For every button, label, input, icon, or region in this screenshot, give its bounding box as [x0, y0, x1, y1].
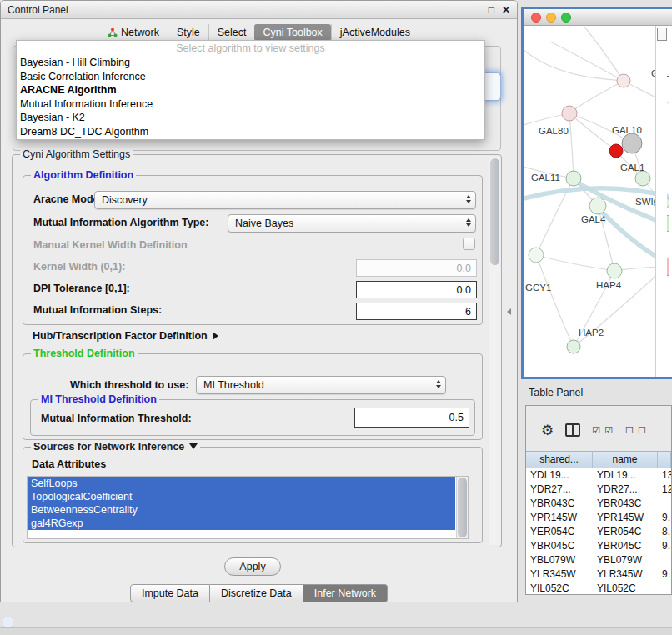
attribute-item[interactable]: BetweennessCentrality [28, 503, 455, 517]
aracne-mode-label: Aracne Mode: [33, 193, 103, 205]
column-header[interactable] [658, 452, 671, 468]
network-node[interactable] [567, 340, 580, 353]
hub-section-toggle[interactable]: Hub/Transcription Factor Definition [33, 330, 218, 342]
network-canvas[interactable]: GALGAL80GAL10GAL1GAL11SWI4GAL4GCY1HAP4HA… [524, 26, 669, 377]
data-attributes-label: Data Attributes [32, 458, 106, 470]
table-cell: YBL079W [593, 553, 658, 568]
mi-threshold-definition-group: MI Threshold Definition Mutual Informati… [30, 399, 475, 436]
table-row[interactable]: YDR27...YDR27...12 [526, 482, 671, 497]
network-node[interactable] [609, 144, 623, 158]
bottom-tab-impute-data[interactable]: Impute Data [130, 584, 210, 602]
table-row[interactable]: YBR043CYBR043C [526, 497, 671, 511]
table-cell [658, 497, 671, 511]
algorithm-option[interactable]: Bayesian - Hill Climbing [17, 56, 484, 70]
tab-jactivemodules[interactable]: jActiveModules [331, 24, 419, 41]
table-row[interactable]: YER054CYER054C8. [526, 525, 671, 539]
table-cell: 9. [658, 511, 671, 525]
network-corner-button[interactable] [657, 28, 667, 41]
table-body: YDL19...YDL19...13YDR27...YDR27...12YBR0… [526, 468, 671, 594]
zoom-traffic-light-icon[interactable] [561, 12, 571, 22]
checked-columns-icon[interactable]: ☑ ☑ [592, 425, 614, 436]
network-node[interactable] [566, 171, 581, 186]
table-row[interactable]: YBL079WYBL079W [526, 553, 671, 568]
algorithm-option[interactable]: Mutual Information Inference [17, 98, 484, 112]
mi-threshold-label: Mutual Information Threshold: [41, 412, 192, 424]
table-cell: YDR27... [593, 482, 658, 497]
algorithm-options-list: Bayesian - Hill ClimbingBasic Correlatio… [17, 56, 484, 138]
algorithm-option[interactable]: Bayesian - K2 [17, 111, 484, 125]
aracne-mode-combobox[interactable]: Discovery [94, 191, 476, 209]
columns-icon[interactable] [565, 423, 580, 437]
bottom-tab-discretize-data[interactable]: Discretize Data [210, 584, 303, 602]
column-header[interactable]: name [593, 452, 658, 468]
network-node[interactable] [607, 263, 622, 278]
attribute-item[interactable]: TopologicalCoefficient [28, 490, 455, 503]
table-cell: 9. [658, 539, 671, 553]
attribute-item[interactable]: gal4RGexp [28, 517, 455, 530]
table-panel-title: Table Panel [529, 387, 583, 398]
attributes-scrollbar[interactable] [456, 477, 468, 538]
network-scrollbar-strip[interactable] [655, 26, 667, 377]
combo-arrows-icon [466, 195, 471, 203]
tab-cyni-toolbox[interactable]: Cyni Toolbox [254, 24, 330, 41]
close-traffic-light-icon[interactable] [531, 12, 541, 22]
float-window-icon[interactable]: □ [489, 4, 494, 16]
mi-threshold-value: 0.5 [449, 412, 464, 423]
network-node[interactable] [589, 198, 606, 214]
table-row[interactable]: YIL052CYIL052C [526, 582, 671, 595]
mi-type-combobox[interactable]: Naive Bayes [228, 214, 476, 232]
attribute-item[interactable]: SelfLoops [28, 477, 455, 490]
bottom-tab-infer-network[interactable]: Infer Network [303, 584, 388, 602]
algorithm-option[interactable]: ARACNE Algorithm [17, 83, 484, 98]
tab-select[interactable]: Select [208, 24, 255, 41]
gear-icon[interactable]: ⚙ [541, 423, 554, 438]
algorithm-option[interactable]: Basic Correlation Inference [17, 70, 484, 84]
network-window-titlebar[interactable] [524, 9, 672, 26]
manual-kernel-checkbox[interactable] [463, 238, 475, 250]
scrollbar-thumb[interactable] [490, 158, 499, 265]
scrollbar-thumb[interactable] [458, 478, 467, 538]
network-node[interactable] [635, 171, 650, 186]
close-icon[interactable]: ✕ [502, 4, 510, 16]
table-row[interactable]: YDL19...YDL19...13 [526, 468, 671, 482]
column-header[interactable]: shared... [526, 452, 593, 468]
table-row[interactable]: YLR345WYLR345W9. [526, 568, 671, 582]
mi-steps-field[interactable]: 6 [356, 302, 477, 320]
node-label: GCY1 [525, 282, 551, 292]
network-node[interactable] [622, 133, 642, 153]
table-cell: YLR345W [593, 568, 658, 582]
algorithm-option[interactable]: Dream8 DC_TDC Algorithm [17, 125, 484, 139]
which-threshold-combobox[interactable]: MI Threshold [196, 376, 446, 394]
network-node[interactable] [562, 106, 577, 121]
network-node[interactable] [529, 248, 544, 262]
mi-threshold-field[interactable]: 0.5 [354, 408, 469, 428]
sources-toggle[interactable]: Sources for Network Inference [31, 441, 200, 452]
tab-style[interactable]: Style [168, 24, 208, 41]
table-header-row: shared...name [526, 451, 671, 468]
network-view-window: GALGAL80GAL10GAL1GAL11SWI4GAL4GCY1HAP4HA… [521, 7, 672, 379]
algorithm-definition-group: Algorithm Definition Aracne Mode: Discov… [23, 175, 483, 325]
table-cell: 12 [658, 482, 671, 497]
algorithm-dropdown-popup: Select algorithm to view settings Bayesi… [16, 40, 485, 140]
collapsed-arrow-icon [213, 332, 218, 340]
node-label: GAL11 [531, 172, 560, 182]
kernel-width-field[interactable]: 0.0 [356, 259, 477, 277]
dpi-tolerance-field[interactable]: 0.0 [356, 281, 477, 298]
node-label: HAP4 [596, 280, 622, 290]
table-cell: YIL052C [526, 582, 593, 595]
network-node[interactable] [617, 74, 630, 88]
panel-toggle-icon[interactable] [3, 617, 13, 628]
tab-label: Select [218, 27, 247, 38]
tab-network[interactable]: Network [99, 24, 168, 41]
table-cell [658, 553, 671, 568]
unchecked-columns-icon[interactable]: ☐ ☐ [625, 425, 647, 436]
minimize-traffic-light-icon[interactable] [546, 12, 556, 22]
table-row[interactable]: YPR145WYPR145W9. [526, 511, 671, 525]
settings-scrollbar[interactable] [489, 157, 500, 545]
splitter-handle[interactable] [507, 308, 511, 315]
table-row[interactable]: YBR045CYBR045C9. [526, 539, 671, 553]
control-panel-titlebar[interactable]: Control Panel □ ✕ [1, 1, 517, 19]
aracne-mode-value: Discovery [102, 194, 148, 206]
apply-button[interactable]: Apply [224, 558, 281, 576]
table-toolbar: ⚙ ☑ ☑ ☐ ☐ [526, 418, 671, 442]
